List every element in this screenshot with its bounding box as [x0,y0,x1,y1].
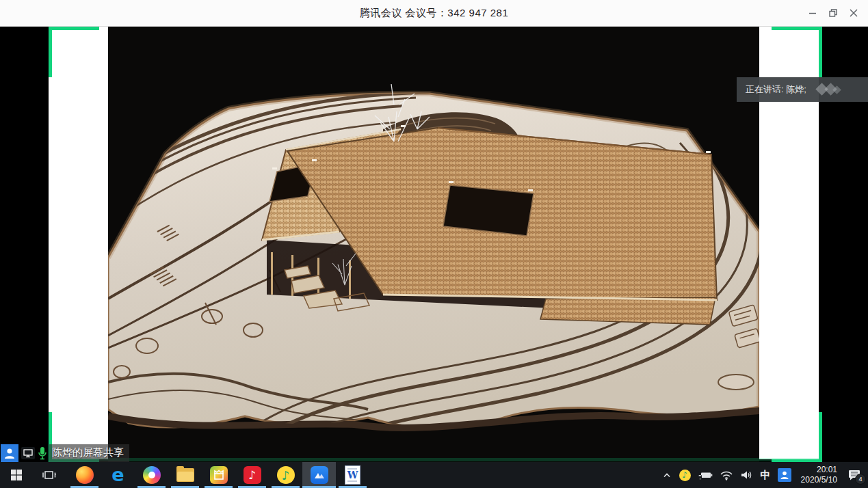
taskbar-app-castle[interactable] [202,462,235,488]
taskbar-app-edge[interactable]: e [101,462,135,488]
windows-taskbar: e ♪ [0,462,868,488]
tray-clock[interactable]: 20:01 2020/5/10 [795,462,843,488]
ime-label: 中 [761,469,771,482]
screen-share-icon [21,447,35,459]
tray-ime-indicator[interactable]: 中 [757,462,774,488]
notification-count-badge: 4 [855,474,866,485]
share-owner-label: 陈烨的屏幕共享 [49,444,129,462]
qq-music-icon: ♪ [277,466,295,484]
taskbar-app-file-explorer[interactable] [168,462,202,488]
battery-charging-icon [698,470,713,480]
tray-volume[interactable] [737,462,757,488]
person-glyph [2,446,17,461]
file-explorer-icon [176,468,194,482]
chevron-up-icon [661,470,672,480]
minimize-icon [806,6,819,20]
contact-person-icon [778,468,791,482]
windows-logo-icon [10,469,23,481]
tencent-meeting-icon [311,466,328,484]
taskbar-app-netease-music[interactable]: ♪ [235,462,269,488]
hidden-icons-chevron[interactable] [658,462,676,488]
microphone-on-icon [37,446,48,461]
tray-qq-music[interactable]: ♪ [676,462,694,488]
task-view-button[interactable] [33,462,66,488]
task-view-icon [42,468,57,482]
window-controls [802,0,864,26]
taskbar-app-firefox[interactable] [68,462,101,488]
share-border-corner-bottom-right [772,412,822,463]
netease-music-icon: ♪ [244,466,261,484]
close-icon [847,6,860,20]
edge-icon: e [109,466,127,484]
avatar-icon [1,444,18,462]
firefox-icon [76,466,94,484]
close-button[interactable] [843,3,864,23]
tray-date: 2020/5/10 [801,475,837,485]
window-titlebar: 腾讯会议 会议号：342 947 281 [0,0,868,27]
tray-time: 20:01 [817,465,837,475]
tray-battery[interactable] [694,462,716,488]
word-document-icon: W [345,465,360,485]
speaking-indicator-toast: 正在讲话: 陈烨; [737,77,868,102]
meeting-logo-icon [813,81,850,98]
castle-app-icon [210,466,228,484]
restore-button[interactable] [823,3,843,23]
share-status-bar: 陈烨的屏幕共享 [0,444,129,462]
tray-contact-person[interactable] [774,462,795,488]
tray-wifi[interactable] [716,462,737,488]
taskbar-app-word[interactable]: W [336,462,369,488]
taskbar-app-browser-swirl[interactable] [135,462,168,488]
start-button[interactable] [0,462,33,488]
taskbar-app-qq-music[interactable]: ♪ [269,462,302,488]
taskbar-app-tencent-meeting[interactable] [302,462,336,488]
mic-glyph [37,446,48,461]
speaker-icon [740,470,754,480]
system-tray: ♪ [658,462,868,488]
browser-swirl-icon [143,466,161,484]
shared-photo-architectural-model [108,27,759,462]
speaking-indicator-label: 正在讲话: 陈烨; [737,83,806,96]
window-title: 腾讯会议 会议号：342 947 281 [360,7,509,20]
tencent-meeting-window: 腾讯会议 会议号：342 947 281 [0,0,868,488]
share-border-corner-top-left [49,27,99,77]
minimize-button[interactable] [802,3,823,23]
monitor-glyph [23,448,34,458]
share-border-bottom-line [49,458,819,461]
wifi-icon [720,470,733,480]
action-center-button[interactable]: 4 [843,462,865,488]
qq-music-tray-icon: ♪ [679,470,691,481]
share-border-corner-top-right [772,27,822,77]
restore-icon [826,6,840,20]
